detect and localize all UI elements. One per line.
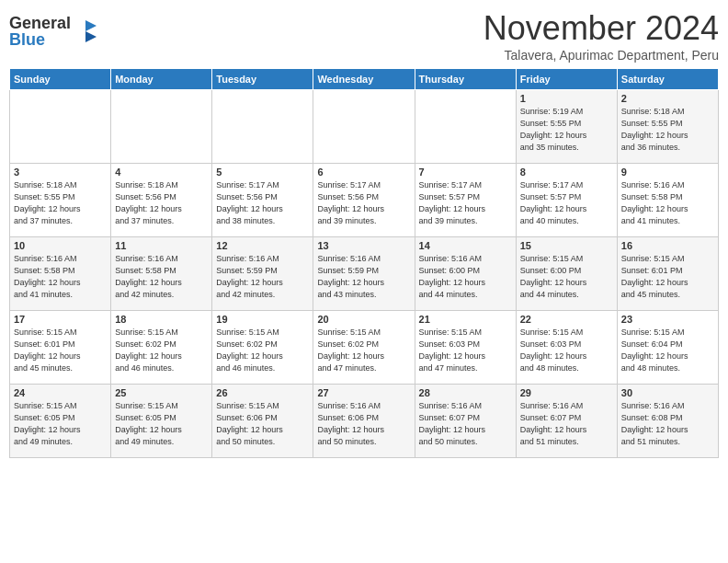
day-number: 13 (317, 240, 410, 251)
day-info: Sunrise: 5:16 AM Sunset: 6:07 PM Dayligh… (520, 400, 613, 448)
day-info: Sunrise: 5:15 AM Sunset: 6:06 PM Dayligh… (216, 400, 309, 448)
day-number: 2 (621, 93, 714, 104)
day-number: 17 (14, 314, 107, 325)
header: General Blue November 2024 Talavera, Apu… (9, 9, 719, 63)
calendar-cell: 19Sunrise: 5:15 AM Sunset: 6:02 PM Dayli… (212, 311, 313, 385)
calendar-cell: 23Sunrise: 5:15 AM Sunset: 6:04 PM Dayli… (617, 311, 718, 385)
calendar-cell (10, 90, 111, 164)
calendar-cell (212, 90, 313, 164)
calendar-cell: 20Sunrise: 5:15 AM Sunset: 6:02 PM Dayli… (313, 311, 415, 385)
calendar-cell: 26Sunrise: 5:15 AM Sunset: 6:06 PM Dayli… (212, 385, 313, 458)
day-number: 25 (115, 387, 208, 398)
col-header-friday: Friday (516, 69, 617, 90)
day-info: Sunrise: 5:18 AM Sunset: 5:56 PM Dayligh… (115, 179, 208, 227)
logo-flag-icon (73, 18, 98, 44)
location: Talavera, Apurimac Department, Peru (483, 48, 719, 63)
day-info: Sunrise: 5:15 AM Sunset: 6:03 PM Dayligh… (520, 327, 613, 374)
day-number: 10 (14, 240, 107, 251)
day-number: 22 (520, 314, 613, 325)
calendar-cell: 24Sunrise: 5:15 AM Sunset: 6:05 PM Dayli… (10, 385, 111, 458)
calendar-cell: 21Sunrise: 5:15 AM Sunset: 6:03 PM Dayli… (415, 311, 516, 385)
calendar-cell (111, 90, 212, 164)
calendar-cell: 16Sunrise: 5:15 AM Sunset: 6:01 PM Dayli… (617, 237, 718, 311)
calendar-cell: 4Sunrise: 5:18 AM Sunset: 5:56 PM Daylig… (111, 164, 212, 237)
week-row-2: 3Sunrise: 5:18 AM Sunset: 5:55 PM Daylig… (10, 164, 719, 237)
day-info: Sunrise: 5:18 AM Sunset: 5:55 PM Dayligh… (621, 106, 714, 154)
col-header-sunday: Sunday (10, 69, 111, 90)
calendar-cell: 17Sunrise: 5:15 AM Sunset: 6:01 PM Dayli… (10, 311, 111, 385)
col-header-wednesday: Wednesday (313, 69, 415, 90)
day-info: Sunrise: 5:15 AM Sunset: 6:02 PM Dayligh… (317, 327, 410, 374)
day-number: 30 (621, 387, 714, 398)
day-info: Sunrise: 5:16 AM Sunset: 5:58 PM Dayligh… (14, 253, 107, 301)
day-info: Sunrise: 5:19 AM Sunset: 5:55 PM Dayligh… (520, 106, 613, 154)
calendar-cell: 2Sunrise: 5:18 AM Sunset: 5:55 PM Daylig… (617, 90, 718, 164)
week-row-3: 10Sunrise: 5:16 AM Sunset: 5:58 PM Dayli… (10, 237, 719, 311)
calendar-cell: 14Sunrise: 5:16 AM Sunset: 6:00 PM Dayli… (415, 237, 516, 311)
day-number: 5 (216, 167, 309, 178)
calendar-cell: 13Sunrise: 5:16 AM Sunset: 5:59 PM Dayli… (313, 237, 415, 311)
day-number: 8 (520, 167, 613, 178)
day-number: 27 (317, 387, 410, 398)
day-number: 16 (621, 240, 714, 251)
day-number: 29 (520, 387, 613, 398)
col-header-thursday: Thursday (415, 69, 516, 90)
calendar-cell: 30Sunrise: 5:16 AM Sunset: 6:08 PM Dayli… (617, 385, 718, 458)
calendar-cell: 28Sunrise: 5:16 AM Sunset: 6:07 PM Dayli… (415, 385, 516, 458)
logo-general-text: General (9, 15, 71, 31)
day-info: Sunrise: 5:15 AM Sunset: 6:05 PM Dayligh… (14, 400, 107, 448)
day-info: Sunrise: 5:16 AM Sunset: 5:59 PM Dayligh… (317, 253, 410, 301)
day-info: Sunrise: 5:15 AM Sunset: 6:01 PM Dayligh… (621, 253, 714, 301)
calendar-header-row: SundayMondayTuesdayWednesdayThursdayFrid… (10, 69, 719, 90)
calendar-cell: 7Sunrise: 5:17 AM Sunset: 5:57 PM Daylig… (415, 164, 516, 237)
day-number: 9 (621, 167, 714, 178)
day-info: Sunrise: 5:15 AM Sunset: 6:00 PM Dayligh… (520, 253, 613, 301)
calendar-cell: 29Sunrise: 5:16 AM Sunset: 6:07 PM Dayli… (516, 385, 617, 458)
day-number: 23 (621, 314, 714, 325)
day-info: Sunrise: 5:16 AM Sunset: 5:59 PM Dayligh… (216, 253, 309, 301)
day-number: 11 (115, 240, 208, 251)
day-info: Sunrise: 5:18 AM Sunset: 5:55 PM Dayligh… (14, 179, 107, 227)
calendar-cell: 3Sunrise: 5:18 AM Sunset: 5:55 PM Daylig… (10, 164, 111, 237)
day-number: 12 (216, 240, 309, 251)
calendar-cell (415, 90, 516, 164)
col-header-saturday: Saturday (617, 69, 718, 90)
day-info: Sunrise: 5:16 AM Sunset: 6:07 PM Dayligh… (419, 400, 512, 448)
day-info: Sunrise: 5:17 AM Sunset: 5:57 PM Dayligh… (520, 179, 613, 227)
day-info: Sunrise: 5:17 AM Sunset: 5:56 PM Dayligh… (317, 179, 410, 227)
svg-marker-0 (85, 20, 97, 31)
calendar-table: SundayMondayTuesdayWednesdayThursdayFrid… (9, 68, 719, 458)
calendar-cell: 6Sunrise: 5:17 AM Sunset: 5:56 PM Daylig… (313, 164, 415, 237)
day-info: Sunrise: 5:16 AM Sunset: 5:58 PM Dayligh… (621, 179, 714, 227)
day-info: Sunrise: 5:16 AM Sunset: 6:06 PM Dayligh… (317, 400, 410, 448)
logo-blue-text: Blue (9, 31, 71, 48)
day-number: 3 (14, 167, 107, 178)
calendar-cell: 27Sunrise: 5:16 AM Sunset: 6:06 PM Dayli… (313, 385, 415, 458)
calendar-cell (313, 90, 415, 164)
calendar-cell: 11Sunrise: 5:16 AM Sunset: 5:58 PM Dayli… (111, 237, 212, 311)
calendar-cell: 18Sunrise: 5:15 AM Sunset: 6:02 PM Dayli… (111, 311, 212, 385)
col-header-monday: Monday (111, 69, 212, 90)
calendar-cell: 15Sunrise: 5:15 AM Sunset: 6:00 PM Dayli… (516, 237, 617, 311)
week-row-1: 1Sunrise: 5:19 AM Sunset: 5:55 PM Daylig… (10, 90, 719, 164)
day-info: Sunrise: 5:15 AM Sunset: 6:01 PM Dayligh… (14, 327, 107, 374)
title-block: November 2024 Talavera, Apurimac Departm… (483, 9, 719, 63)
day-info: Sunrise: 5:17 AM Sunset: 5:56 PM Dayligh… (216, 179, 309, 227)
day-number: 19 (216, 314, 309, 325)
day-number: 26 (216, 387, 309, 398)
day-info: Sunrise: 5:15 AM Sunset: 6:04 PM Dayligh… (621, 327, 714, 374)
day-number: 1 (520, 93, 613, 104)
day-number: 28 (419, 387, 512, 398)
svg-marker-1 (85, 31, 97, 42)
day-info: Sunrise: 5:17 AM Sunset: 5:57 PM Dayligh… (419, 179, 512, 227)
week-row-5: 24Sunrise: 5:15 AM Sunset: 6:05 PM Dayli… (10, 385, 719, 458)
day-number: 20 (317, 314, 410, 325)
week-row-4: 17Sunrise: 5:15 AM Sunset: 6:01 PM Dayli… (10, 311, 719, 385)
calendar-cell: 25Sunrise: 5:15 AM Sunset: 6:05 PM Dayli… (111, 385, 212, 458)
col-header-tuesday: Tuesday (212, 69, 313, 90)
day-number: 21 (419, 314, 512, 325)
day-number: 6 (317, 167, 410, 178)
day-info: Sunrise: 5:15 AM Sunset: 6:02 PM Dayligh… (115, 327, 208, 374)
logo: General Blue (9, 15, 98, 48)
day-number: 15 (520, 240, 613, 251)
